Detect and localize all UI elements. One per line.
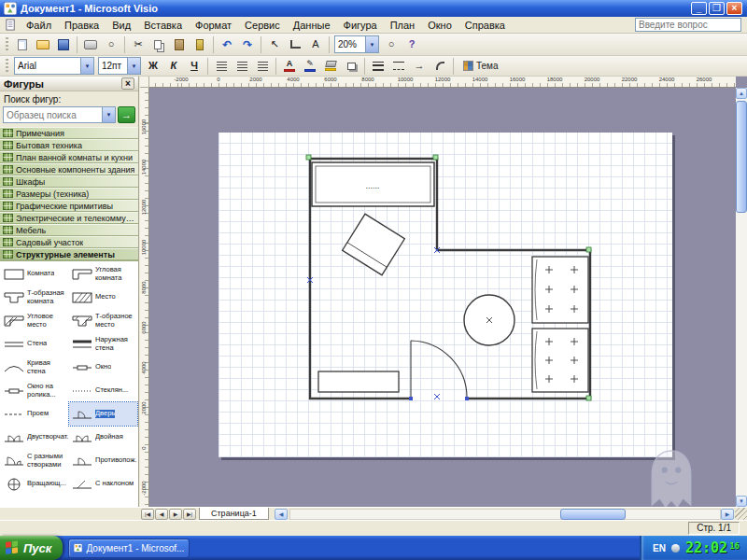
- shape-search-combo[interactable]: Образец поиска ▼: [3, 106, 116, 123]
- close-button[interactable]: ×: [726, 2, 742, 15]
- new-document-button[interactable]: [13, 35, 32, 54]
- line-weight-button[interactable]: [369, 57, 388, 76]
- align-center-button[interactable]: [233, 57, 251, 76]
- master-item[interactable]: Двустворчат...: [1, 426, 69, 449]
- master-item[interactable]: Угловое место: [1, 309, 69, 332]
- stencil-bar[interactable]: Примечания: [0, 127, 138, 139]
- stencil-bar[interactable]: План ванной комнаты и кухни: [0, 151, 138, 163]
- question-input[interactable]: [635, 18, 741, 32]
- resize-grip[interactable]: [735, 508, 747, 520]
- floor-plan[interactable]: ......: [218, 133, 672, 457]
- master-item[interactable]: Окно: [69, 356, 137, 379]
- paste-button[interactable]: [170, 35, 189, 54]
- print-button[interactable]: [81, 35, 100, 54]
- vertical-scroll-thumb[interactable]: [736, 101, 747, 213]
- menu-item[interactable]: План: [384, 19, 422, 32]
- stencil-bar[interactable]: Садовый участок: [0, 236, 138, 248]
- desk-shape[interactable]: ......: [312, 162, 434, 206]
- menu-item[interactable]: Справка: [458, 19, 512, 32]
- toolbar-grip[interactable]: [6, 59, 8, 74]
- menu-item[interactable]: Вставка: [137, 19, 189, 32]
- vertical-ruler[interactable]: 1600014000120001000080006000400020000-20…: [140, 88, 149, 507]
- search-go-button[interactable]: →: [118, 106, 135, 123]
- tray-status-icon[interactable]: [671, 544, 680, 553]
- horizontal-scrollbar[interactable]: [289, 509, 721, 520]
- sofa-bottom-shape[interactable]: [532, 329, 588, 392]
- stencil-bar[interactable]: Электрические и телекоммуни...: [0, 212, 138, 224]
- document-menu-icon[interactable]: [5, 19, 17, 31]
- align-left-button[interactable]: [212, 57, 231, 76]
- menu-item[interactable]: Вид: [106, 19, 137, 32]
- master-item[interactable]: С наклоном: [69, 472, 137, 496]
- scroll-right-icon[interactable]: ▶: [721, 509, 734, 520]
- master-item[interactable]: Наружная стена: [69, 332, 137, 356]
- bold-button[interactable]: Ж: [144, 57, 162, 76]
- stencil-bar[interactable]: Бытовая техника: [0, 139, 138, 151]
- scroll-up-icon[interactable]: ▲: [736, 88, 747, 99]
- first-page-button[interactable]: |◀: [141, 509, 154, 520]
- chevron-down-icon[interactable]: ▼: [80, 58, 93, 74]
- master-item[interactable]: С разными створками: [1, 449, 69, 472]
- taskbar-task-visio[interactable]: Документ1 - Microsof...: [68, 539, 190, 558]
- language-indicator[interactable]: EN: [653, 543, 666, 553]
- italic-button[interactable]: К: [164, 57, 183, 76]
- theme-button[interactable]: Тема: [458, 57, 504, 76]
- door-shape[interactable]: [411, 341, 467, 398]
- maximize-button[interactable]: ❐: [709, 2, 725, 15]
- underline-button[interactable]: Ч: [185, 57, 204, 76]
- close-icon[interactable]: ×: [121, 77, 134, 90]
- text-color-button[interactable]: А: [280, 57, 299, 76]
- chair-shape[interactable]: [343, 214, 405, 275]
- last-page-button[interactable]: ▶|: [183, 509, 196, 520]
- stencil-bar[interactable]: Основные компоненты здания: [0, 163, 138, 175]
- master-item[interactable]: Т-образная комната: [1, 286, 69, 309]
- master-item[interactable]: Вращающ...: [1, 472, 69, 496]
- menu-item[interactable]: Формат: [189, 19, 238, 32]
- next-page-button[interactable]: ▶: [169, 509, 182, 520]
- help-button[interactable]: ?: [402, 35, 421, 54]
- menu-item[interactable]: Окно: [421, 19, 458, 32]
- pointer-tool-button[interactable]: ↖: [265, 35, 284, 54]
- start-button[interactable]: Пуск: [0, 536, 63, 560]
- font-name-combo[interactable]: Arial ▼: [14, 57, 94, 75]
- master-item[interactable]: Т-образное место: [69, 309, 137, 332]
- align-right-button[interactable]: [253, 57, 272, 76]
- copy-button[interactable]: [149, 35, 168, 54]
- corner-rounding-button[interactable]: [430, 57, 449, 76]
- print-preview-button[interactable]: ○: [102, 35, 120, 54]
- shadow-button[interactable]: [342, 57, 360, 76]
- line-pattern-button[interactable]: [389, 57, 408, 76]
- master-item[interactable]: Противопож...: [69, 449, 137, 472]
- stencil-bar[interactable]: Размеры (техника): [0, 188, 138, 200]
- menu-item[interactable]: Данные: [287, 19, 337, 32]
- zoom-tool-button[interactable]: ○: [382, 35, 401, 54]
- stencil-bar[interactable]: Графические примитивы: [0, 200, 138, 212]
- stencil-bar[interactable]: Мебель: [0, 224, 138, 236]
- chevron-down-icon[interactable]: ▼: [102, 107, 115, 122]
- scroll-left-icon[interactable]: ◀: [275, 509, 288, 520]
- arrowheads-button[interactable]: →: [410, 57, 429, 76]
- master-item[interactable]: Место: [69, 286, 137, 309]
- master-item[interactable]: Комната: [1, 262, 69, 286]
- redo-button[interactable]: ↷: [238, 35, 257, 54]
- format-painter-button[interactable]: [190, 35, 209, 54]
- open-button[interactable]: [34, 35, 52, 54]
- font-size-combo[interactable]: 12пт ▼: [98, 57, 141, 75]
- toolbar-grip[interactable]: [6, 37, 8, 52]
- side-table-shape[interactable]: [318, 371, 399, 392]
- cut-button[interactable]: ✂: [129, 35, 148, 54]
- horizontal-scroll-thumb[interactable]: [560, 509, 626, 520]
- menu-item[interactable]: Файл: [20, 19, 58, 32]
- stencil-bar[interactable]: Структурные элементы: [0, 248, 138, 260]
- drawing-region[interactable]: ......: [149, 88, 736, 507]
- chevron-down-icon[interactable]: ▼: [127, 58, 140, 74]
- scroll-down-icon[interactable]: ▼: [736, 496, 747, 507]
- sofa-top-shape[interactable]: [532, 257, 588, 323]
- horizontal-ruler[interactable]: -200002000400060008000100001200014000160…: [149, 77, 736, 88]
- menu-item[interactable]: Правка: [58, 19, 106, 32]
- minimize-button[interactable]: _: [691, 2, 707, 15]
- chevron-down-icon[interactable]: ▼: [365, 36, 378, 52]
- master-item[interactable]: Угловая комната: [69, 262, 137, 286]
- master-item[interactable]: Кривая стена: [1, 356, 69, 379]
- zoom-combo[interactable]: 20%▼: [334, 35, 379, 53]
